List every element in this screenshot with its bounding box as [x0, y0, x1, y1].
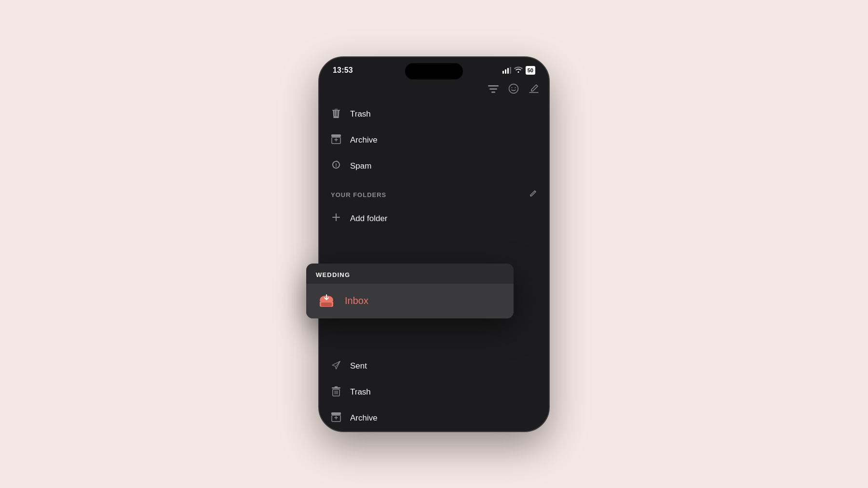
trash-label: Trash [350, 109, 371, 119]
compose-icon[interactable] [529, 83, 539, 96]
inbox-tray-icon [318, 292, 335, 310]
inbox-item[interactable]: Inbox [306, 284, 514, 318]
wifi-icon [514, 66, 523, 75]
wedding-title: WEDDING [316, 271, 350, 278]
filter-icon[interactable] [488, 84, 499, 95]
svg-rect-2 [507, 68, 509, 74]
sent-icon [331, 360, 341, 372]
svg-point-9 [515, 87, 516, 88]
status-bar: 13:53 [319, 57, 549, 80]
folders-section-header: YOUR FOLDERS [319, 180, 549, 205]
folders-edit-icon[interactable] [529, 189, 537, 200]
status-icons: 50 [502, 66, 535, 75]
inbox-label: Inbox [345, 295, 368, 306]
svg-rect-3 [510, 67, 511, 74]
add-folder-label: Add folder [350, 214, 388, 224]
scene: 13:53 [309, 56, 559, 432]
menu-item-sent[interactable]: Sent [319, 354, 549, 379]
svg-rect-14 [332, 387, 340, 389]
inbox-icon-container [316, 290, 337, 312]
svg-rect-6 [491, 92, 495, 93]
svg-point-7 [509, 84, 518, 93]
phone-frame: 13:53 [318, 56, 550, 432]
toolbar [319, 80, 549, 101]
svg-rect-4 [488, 85, 499, 87]
archive-icon [331, 134, 341, 146]
menu-item-trash2[interactable]: Trash [319, 379, 549, 406]
folders-title: YOUR FOLDERS [331, 191, 386, 198]
archive-label: Archive [350, 135, 378, 145]
wedding-card: WEDDING Inbox [306, 264, 514, 318]
sent-label: Sent [350, 361, 367, 371]
svg-point-8 [512, 87, 513, 88]
wedding-header: WEDDING [306, 264, 514, 284]
menu-item-trash[interactable]: Trash [319, 101, 549, 128]
menu-item-archive2[interactable]: Archive [319, 406, 549, 431]
trash2-label: Trash [350, 387, 371, 397]
archive2-label: Archive [350, 413, 378, 423]
trash-icon [331, 108, 341, 121]
svg-rect-5 [489, 88, 497, 90]
archive2-icon [331, 412, 341, 424]
svg-rect-1 [505, 69, 506, 74]
battery-icon: 50 [526, 66, 535, 75]
trash2-icon [331, 386, 341, 399]
svg-rect-19 [321, 303, 332, 306]
menu-item-archive[interactable]: Archive [319, 128, 549, 153]
bottom-menu: Sent Trash [319, 354, 549, 431]
menu-item-spam[interactable]: Spam [319, 153, 549, 180]
svg-rect-16 [331, 412, 341, 415]
svg-rect-13 [336, 163, 337, 166]
spam-icon [331, 160, 341, 173]
status-time: 13:53 [333, 66, 353, 75]
spam-label: Spam [350, 161, 371, 171]
add-folder-item[interactable]: Add folder [319, 205, 549, 232]
add-icon [331, 212, 341, 225]
svg-rect-0 [502, 71, 504, 74]
emoji-icon[interactable] [508, 83, 519, 96]
svg-point-12 [336, 166, 337, 167]
signal-icon [502, 67, 511, 74]
svg-rect-10 [331, 134, 341, 137]
phone-inner: 13:53 [319, 57, 549, 431]
dynamic-island [405, 63, 463, 79]
